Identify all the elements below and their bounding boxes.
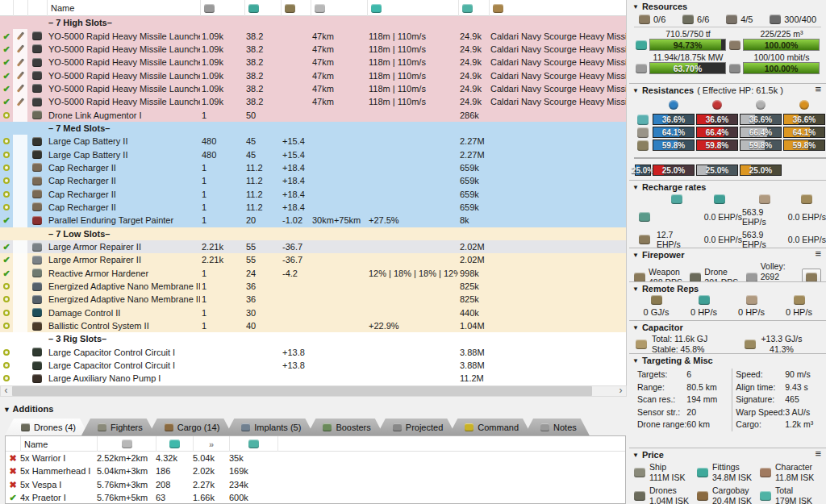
inactive-state-icon[interactable]: ✖ bbox=[9, 481, 16, 489]
collapse-icon[interactable]: ▼ bbox=[632, 252, 639, 259]
online-state-icon[interactable] bbox=[3, 165, 10, 171]
module-row[interactable]: Ballistic Control System II140+22.9%1.04… bbox=[0, 319, 626, 332]
attribute-column-header[interactable] bbox=[156, 436, 193, 452]
active-state-icon[interactable]: ✔ bbox=[2, 85, 10, 93]
targeting-header[interactable]: ▼ Targeting & Misc bbox=[632, 356, 823, 365]
online-state-icon[interactable] bbox=[3, 283, 10, 289]
menu-icon[interactable]: ≡ bbox=[815, 85, 821, 94]
active-state-icon[interactable]: ✔ bbox=[2, 269, 10, 277]
online-state-icon[interactable] bbox=[3, 310, 10, 316]
name-column-header[interactable]: Name bbox=[47, 0, 200, 16]
active-state-icon[interactable]: ✔ bbox=[2, 32, 10, 40]
module-row[interactable]: Large Capacitor Control Circuit I+13.83.… bbox=[0, 359, 626, 372]
attribute-column-header[interactable] bbox=[367, 0, 458, 16]
online-state-icon[interactable] bbox=[3, 138, 10, 144]
module-row[interactable]: ✔Parallel Enduring Target Painter120-1.0… bbox=[0, 214, 626, 227]
module-row[interactable]: Cap Recharger II111.2+18.4659k bbox=[0, 174, 626, 187]
tab-boosters[interactable]: Boosters bbox=[307, 419, 383, 435]
active-state-icon[interactable]: ✔ bbox=[2, 216, 10, 224]
online-state-icon[interactable] bbox=[3, 362, 10, 369]
collapse-icon[interactable]: ▼ bbox=[632, 324, 639, 331]
online-state-icon[interactable] bbox=[3, 323, 10, 329]
collapse-icon[interactable]: ▼ bbox=[632, 184, 639, 191]
tab-projected[interactable]: Projected bbox=[377, 419, 456, 435]
inactive-state-icon[interactable]: ✖ bbox=[9, 454, 16, 462]
tab-implants-5[interactable]: Implants (5) bbox=[225, 419, 314, 435]
resistances-header[interactable]: ▼ Resistances ( Effective HP: 61.5k ) bbox=[632, 85, 823, 95]
collapse-icon[interactable]: ▼ bbox=[632, 285, 639, 293]
price-column-header[interactable] bbox=[458, 0, 489, 16]
collapse-icon[interactable]: ▼ bbox=[632, 357, 639, 364]
active-state-icon[interactable]: ✔ bbox=[2, 45, 10, 53]
firepower-graph-button[interactable] bbox=[802, 269, 821, 283]
module-row[interactable]: ✔YO-5000 Rapid Heavy Missile Launcher1.0… bbox=[0, 95, 626, 108]
inactive-state-icon[interactable]: ✖ bbox=[9, 467, 16, 475]
module-row[interactable]: ✔Large Armor Repairer II2.21k55-36.72.02… bbox=[0, 253, 626, 266]
horizontal-scrollbar[interactable]: ‹ › bbox=[0, 385, 627, 397]
name-column-header[interactable]: Name bbox=[20, 436, 97, 452]
firepower-header[interactable]: ▼ Firepower bbox=[632, 250, 823, 260]
module-row[interactable]: Large Cap Battery II48045+15.42.27M bbox=[0, 148, 626, 160]
price-header[interactable]: ▼ Price bbox=[632, 450, 823, 460]
module-row[interactable]: Energized Adaptive Nano Membrane II13682… bbox=[0, 293, 626, 306]
cpu-column-header[interactable] bbox=[244, 0, 281, 16]
active-state-icon[interactable]: ✔ bbox=[9, 494, 16, 502]
menu-icon[interactable]: ≡ bbox=[815, 250, 821, 258]
remote-reps-header[interactable]: ▼ Remote Reps bbox=[632, 284, 823, 294]
speed-column-header[interactable]: » bbox=[193, 436, 229, 452]
module-row[interactable]: Cap Recharger II111.2+18.4659k bbox=[0, 161, 626, 174]
additions-section-header[interactable]: ▼ Additions bbox=[3, 404, 53, 414]
active-state-icon[interactable]: ✔ bbox=[2, 256, 10, 264]
module-row[interactable]: ✔YO-5000 Rapid Heavy Missile Launcher1.0… bbox=[0, 82, 626, 95]
collapse-icon[interactable]: ▼ bbox=[632, 452, 639, 459]
active-state-icon[interactable]: ✔ bbox=[2, 98, 10, 106]
online-state-icon[interactable] bbox=[3, 375, 10, 381]
module-row[interactable]: Large Auxiliary Nano Pump I11.2M bbox=[0, 372, 626, 385]
powergrid-column-header[interactable] bbox=[200, 0, 244, 16]
module-row[interactable]: Cap Recharger II111.2+18.4659k bbox=[0, 187, 626, 200]
module-row[interactable]: ✔YO-5000 Rapid Heavy Missile Launcher1.0… bbox=[0, 29, 626, 42]
tab-fighters[interactable]: Fighters bbox=[81, 419, 156, 435]
price-column-header[interactable] bbox=[229, 436, 277, 452]
recharge-header[interactable]: ▼ Recharge rates bbox=[632, 182, 823, 192]
drone-row[interactable]: ✔4x Praetor I5.76km+5km631.66k600k bbox=[6, 491, 625, 504]
ammo-column-header[interactable] bbox=[489, 0, 626, 16]
module-row[interactable]: Large Cap Battery II48045+15.42.27M bbox=[0, 135, 626, 148]
drone-row[interactable]: ✖5x Hammerhead I5.04km+3km1862.02k169k bbox=[6, 464, 625, 477]
module-row[interactable]: ✔Large Armor Repairer II2.21k55-36.72.02… bbox=[0, 240, 626, 253]
online-state-icon[interactable] bbox=[3, 112, 10, 119]
module-row[interactable]: Damage Control II130440k bbox=[0, 306, 626, 319]
online-state-icon[interactable] bbox=[3, 177, 10, 184]
collapse-icon[interactable]: ▼ bbox=[632, 3, 639, 10]
online-state-icon[interactable] bbox=[3, 204, 10, 210]
tab-notes[interactable]: Notes bbox=[524, 419, 590, 435]
collapse-icon[interactable]: ▼ bbox=[632, 87, 639, 94]
capacitor-column-header[interactable] bbox=[281, 0, 311, 16]
online-state-icon[interactable] bbox=[3, 191, 10, 198]
online-state-icon[interactable] bbox=[3, 152, 10, 158]
module-row[interactable]: Cap Recharger II111.2+18.4659k bbox=[0, 201, 626, 214]
scrollbar-track[interactable] bbox=[11, 386, 615, 396]
module-row[interactable]: ✔YO-5000 Rapid Heavy Missile Launcher1.0… bbox=[0, 69, 626, 81]
tab-command[interactable]: Command bbox=[448, 419, 532, 435]
online-state-icon[interactable] bbox=[3, 349, 10, 356]
online-state-icon[interactable] bbox=[3, 296, 10, 302]
active-state-icon[interactable]: ✔ bbox=[2, 243, 10, 251]
range-column-header[interactable] bbox=[97, 436, 156, 452]
active-state-icon[interactable]: ✔ bbox=[2, 58, 10, 66]
capacitor-header[interactable]: ▼ Capacitor bbox=[632, 323, 823, 332]
module-row[interactable]: Energized Adaptive Nano Membrane II13682… bbox=[0, 280, 626, 293]
drone-row[interactable]: ✖5x Warrior I2.52km+2km4.32k5.04k35k bbox=[6, 452, 625, 464]
module-row[interactable]: Large Capacitor Control Circuit I+13.83.… bbox=[0, 346, 626, 359]
scrollbar-thumb[interactable] bbox=[12, 386, 592, 396]
tab-cargo-14[interactable]: Cargo (14) bbox=[148, 419, 233, 435]
active-state-icon[interactable]: ✔ bbox=[2, 72, 10, 80]
module-row[interactable]: ✔YO-5000 Rapid Heavy Missile Launcher1.0… bbox=[0, 43, 626, 56]
menu-icon[interactable]: ≡ bbox=[815, 450, 821, 458]
scroll-right-arrow[interactable]: › bbox=[615, 386, 626, 396]
resources-header[interactable]: ▼ Resources bbox=[632, 2, 823, 11]
module-row[interactable]: ✔Reactive Armor Hardener124-4.212% | 18%… bbox=[0, 267, 626, 280]
drone-row[interactable]: ✖5x Vespa I5.76km+3km2082.27k234k bbox=[6, 478, 625, 491]
scroll-left-arrow[interactable]: ‹ bbox=[1, 386, 11, 396]
tab-drones-4[interactable]: Drones (4) bbox=[5, 419, 89, 435]
